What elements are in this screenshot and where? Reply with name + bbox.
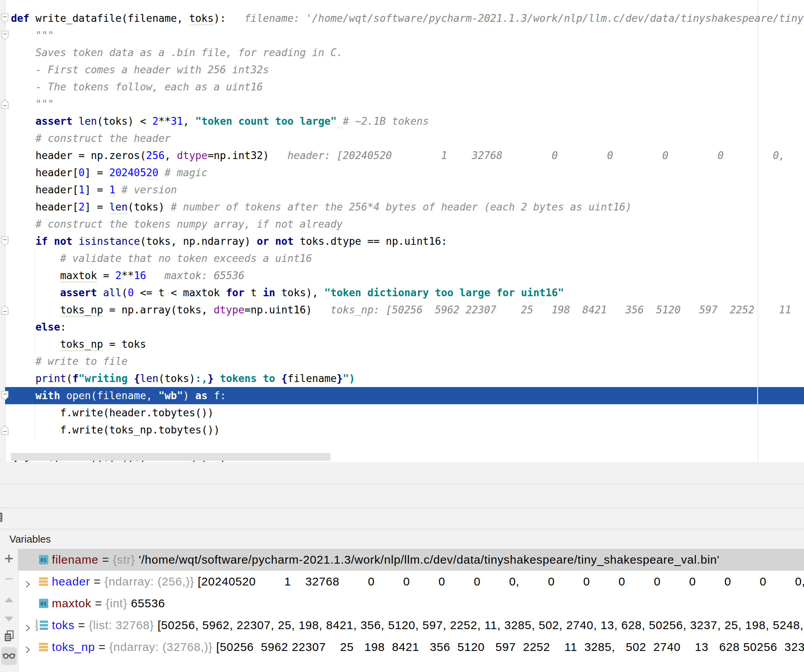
add-watch-button[interactable] xyxy=(0,554,18,563)
variable-row-header[interactable]: header = {ndarray: (256,)} [20240520 1 3… xyxy=(18,571,804,592)
minus-icon xyxy=(4,577,14,581)
code-token xyxy=(115,184,122,196)
code-editor[interactable]: def write_datafile(filename, toks): file… xyxy=(0,0,804,462)
duplicate-watch-button[interactable] xyxy=(0,630,18,642)
variable-icon: 123 xyxy=(39,621,48,630)
code-line[interactable]: - First comes a header with 256 int32s xyxy=(11,61,804,78)
code-token: , xyxy=(183,115,196,127)
code-token: , xyxy=(164,150,177,161)
code-token: as xyxy=(195,390,208,401)
hint-gap xyxy=(146,270,164,281)
code-line[interactable]: header[1] = 1 # version xyxy=(11,181,804,198)
glasses-icon xyxy=(2,651,16,661)
code-token: toks xyxy=(189,12,214,24)
code-line[interactable]: print(f"writing {len(toks):,} tokens to … xyxy=(11,370,804,387)
variables-tree[interactable]: 01filename = {str} '/home/wqt/software/p… xyxy=(18,549,804,672)
code-line[interactable]: # construct the tokens numpy array, if n… xyxy=(11,216,804,233)
code-token xyxy=(11,235,35,247)
code-token: open xyxy=(66,390,91,401)
variable-value: [20240520 1 32768 0 0 0 0 0, 0 0 0 0 0 0… xyxy=(198,575,804,588)
expand-chevron-icon[interactable] xyxy=(24,578,32,591)
code-line[interactable]: """ xyxy=(11,27,804,44)
code-line[interactable]: with open(filename, "wb") as f: xyxy=(11,387,804,404)
variable-row-toks[interactable]: 123toks = {list: 32768} [50256, 5962, 22… xyxy=(18,614,804,636)
variable-row-filename[interactable]: 01filename = {str} '/home/wqt/software/p… xyxy=(18,549,804,571)
variables-toolbar xyxy=(0,549,18,672)
code-line[interactable]: header[0] = 20240520 # magic xyxy=(11,164,804,181)
code-line[interactable]: header = np.zeros(256, dtype=np.int32) h… xyxy=(11,147,804,164)
code-line[interactable]: header[2] = len(toks) # number of tokens… xyxy=(11,198,804,216)
expand-chevron-icon[interactable] xyxy=(24,643,32,656)
code-token: Saves token data as a .bin file, for rea… xyxy=(11,47,343,58)
code-token: = np.array(toks, xyxy=(103,304,214,316)
code-token: ** xyxy=(158,115,171,127)
ndarray-icon xyxy=(39,577,48,586)
variable-value: 65536 xyxy=(131,597,165,610)
fold-start-marker-icon[interactable] xyxy=(1,236,9,246)
fold-start-marker-icon[interactable] xyxy=(1,391,9,401)
code-token: (toks, np.ndarray) xyxy=(140,235,257,247)
code-token: (toks) xyxy=(128,201,171,213)
code-token: :, xyxy=(195,373,208,384)
code-token: 2 xyxy=(78,201,85,213)
code-line[interactable]: f.write(header.tobytes()) xyxy=(11,404,804,421)
expand-chevron-icon[interactable] xyxy=(24,621,32,635)
code-token xyxy=(11,390,35,401)
code-token: 2 xyxy=(115,270,122,281)
code-token xyxy=(11,115,35,127)
code-line[interactable]: Saves token data as a .bin file, for rea… xyxy=(11,44,804,61)
code-token: toks_np xyxy=(60,338,103,350)
move-watch-up-button[interactable] xyxy=(0,597,18,603)
variable-icon: 01 xyxy=(39,555,48,564)
code-token: = toks xyxy=(103,338,146,350)
variable-row-maxtok[interactable]: 01maxtok = {int} 65536 xyxy=(18,592,804,614)
horizontal-scrollbar-thumb[interactable] xyxy=(11,453,330,461)
variable-icon xyxy=(39,577,48,586)
fold-end-marker-icon[interactable] xyxy=(1,425,9,435)
code-line[interactable]: else: xyxy=(11,318,804,336)
variable-text: maxtok = {int} 65536 xyxy=(52,592,165,614)
remove-watch-button[interactable] xyxy=(0,577,18,581)
code-line[interactable]: maxtok = 2**16 maxtok: 65536 xyxy=(11,267,804,284)
inline-debugger-value-hint: maxtok: 65536 xyxy=(164,270,244,281)
code-line[interactable]: if not isinstance(toks, np.ndarray) or n… xyxy=(11,233,804,250)
code-line[interactable]: f.write(toks_np.tobytes()) xyxy=(11,421,804,439)
code-line[interactable]: """ xyxy=(11,95,804,113)
code-line[interactable]: toks_np = np.array(toks, dtype=np.uint16… xyxy=(11,301,804,318)
variable-type: {int} xyxy=(106,597,127,610)
code-token xyxy=(97,287,103,299)
code-line[interactable]: assert all(0 <= t < maxtok for t in toks… xyxy=(11,284,804,301)
code-token: ): xyxy=(214,12,226,24)
code-token: (filename, xyxy=(91,390,158,401)
code-line[interactable]: - The tokens follow, each as a uint16 xyxy=(11,78,804,95)
code-token: tokens to xyxy=(214,373,281,384)
fold-start-marker-icon[interactable] xyxy=(1,30,9,41)
code-lines: def write_datafile(filename, toks): file… xyxy=(0,0,804,462)
code-token: # magic xyxy=(164,167,207,179)
fold-end-marker-icon[interactable] xyxy=(1,305,9,315)
code-line[interactable]: # validate that no token exceeds a uint1… xyxy=(11,250,804,267)
code-token: toks.dtype == np.uint16: xyxy=(293,235,447,247)
fold-start-marker-icon[interactable] xyxy=(1,13,9,23)
code-line[interactable]: # write to file xyxy=(11,353,804,370)
hint-gap xyxy=(269,150,287,161)
move-watch-down-button[interactable] xyxy=(0,616,18,622)
code-token: ( xyxy=(66,373,72,384)
code-token: not xyxy=(275,235,293,247)
code-token: print xyxy=(35,373,66,384)
code-line[interactable]: assert len(toks) < 2**31, "token count t… xyxy=(11,113,804,130)
code-token: toks_np xyxy=(60,304,103,316)
code-token: header[ xyxy=(11,201,78,213)
code-line[interactable]: def write_datafile(filename, toks): file… xyxy=(11,10,804,27)
code-token: "wb" xyxy=(158,390,183,401)
variable-row-toks_np[interactable]: toks_np = {ndarray: (32768,)} [50256 596… xyxy=(18,636,804,658)
variable-icon xyxy=(39,642,48,652)
equals-sign: = xyxy=(99,553,113,566)
code-line[interactable]: toks_np = toks xyxy=(11,336,804,353)
variable-name: toks xyxy=(52,619,74,631)
code-token: # write to file xyxy=(11,355,128,367)
code-line[interactable]: # construct the header xyxy=(11,130,804,147)
code-token: 202405 xyxy=(109,167,146,179)
fold-end-marker-icon[interactable] xyxy=(1,99,9,109)
show-watches-toggle[interactable] xyxy=(1,647,17,665)
